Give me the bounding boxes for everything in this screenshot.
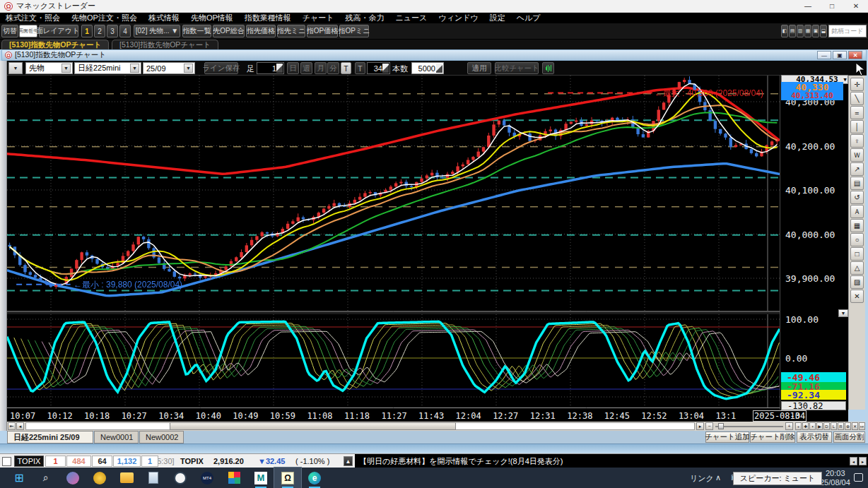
page-button-3[interactable]: 3 <box>107 25 118 37</box>
menu-item[interactable]: 株式情報 <box>143 13 185 23</box>
tray-date[interactable]: 25/08/04 <box>820 478 850 487</box>
arrow-draw-icon[interactable]: ↗ <box>850 162 864 176</box>
chart-restore-button[interactable]: ▣ <box>833 51 847 59</box>
magnify-icon[interactable]: ⊕ <box>845 422 851 430</box>
chart-footer-tab-2[interactable]: New0001 <box>94 431 139 444</box>
close-mode-icon[interactable]: ✕ <box>852 422 858 430</box>
tick-button-1[interactable]: T <box>341 62 351 74</box>
notification-center-icon[interactable] <box>854 473 863 482</box>
tray-link-label[interactable]: リンク <box>690 473 714 484</box>
period-button-週[interactable]: 週 <box>300 62 312 74</box>
quick-button-3[interactable]: 指先価格 <box>246 25 276 37</box>
menu-item[interactable]: 残高・余力 <box>340 13 390 23</box>
rectangle-icon[interactable]: □ <box>850 247 864 261</box>
symbol-code-input[interactable]: 銘柄コード <box>828 25 867 37</box>
quick-button-6[interactable]: 指OPミニ <box>339 25 369 37</box>
line-save-button[interactable]: ライン保存 <box>204 62 238 74</box>
footer-button-3[interactable]: 表示切替 <box>797 432 832 443</box>
toolbar-mini-icon-3[interactable]: ▥ <box>797 25 804 37</box>
chart-type-dropdown[interactable]: ▼ <box>8 62 23 74</box>
search-button[interactable]: ⌕ <box>33 468 59 488</box>
pin-icon[interactable]: ♀ <box>850 134 864 148</box>
crosshair-icon[interactable]: ✛ <box>850 78 864 91</box>
panel-collapse-button[interactable]: ▼ <box>838 309 848 317</box>
mt4-app[interactable]: MT4 <box>194 468 221 488</box>
start-button[interactable]: ⊞ <box>6 468 33 488</box>
menu-item[interactable]: 指数業種情報 <box>239 13 297 23</box>
symbol-dropdown-arrow-icon[interactable]: ▼ <box>130 64 139 73</box>
scroll-home-button[interactable]: ⇤ <box>8 422 16 430</box>
preset-dropdown[interactable]: [02] 先物... ▼ <box>134 25 180 37</box>
contract-dropdown[interactable]: 25/09▼ <box>143 62 195 74</box>
footer-button-4[interactable]: 画面分割 <box>833 432 865 443</box>
screen-switch-button[interactable]: 切替 <box>1 25 18 37</box>
page-button-1[interactable]: 1 <box>81 25 93 37</box>
round-app[interactable] <box>86 468 113 488</box>
toolbar-mini-icon-6[interactable]: ⬓ <box>820 25 827 37</box>
category-dropdown-arrow-icon[interactable]: ▼ <box>61 64 71 73</box>
quick-button-1[interactable]: 指数一覧 <box>182 25 211 37</box>
footer-button-2[interactable]: チャート削除 <box>750 432 795 443</box>
play-icon[interactable]: ▶ <box>816 422 823 430</box>
office-app[interactable] <box>221 468 247 488</box>
triangle-icon[interactable]: △ <box>850 261 864 275</box>
ticker-next-button[interactable]: ▸ <box>859 457 867 465</box>
zoom-slider-track[interactable] <box>715 426 783 427</box>
text-tool-icon[interactable]: Ａ <box>850 205 864 218</box>
copilot-app[interactable] <box>59 468 86 488</box>
menu-item[interactable]: 先物OP情報 <box>185 13 239 23</box>
crosshair-nav-icon[interactable]: ✚ <box>802 422 809 430</box>
toolbar-mini-icon-2[interactable]: ▤ <box>789 25 796 37</box>
day-mode-icon[interactable]: D <box>823 422 830 430</box>
page-button-4[interactable]: 4 <box>119 25 131 37</box>
grid-tool-icon[interactable]: ▦ <box>850 219 864 232</box>
edge-app[interactable]: e <box>301 468 328 488</box>
note-icon[interactable]: ▤ <box>850 177 864 190</box>
reset-icon[interactable]: R <box>838 422 844 430</box>
zoom-out-button[interactable]: − <box>705 422 713 430</box>
ticker-prev-button[interactable]: ◂ <box>850 457 857 465</box>
period-button-分[interactable]: 分 <box>327 62 339 74</box>
mini-chart-icon[interactable] <box>542 62 554 74</box>
line-mode-icon[interactable]: L <box>831 422 837 430</box>
status-square-button[interactable] <box>2 457 11 466</box>
explorer-app[interactable] <box>113 468 140 488</box>
ticker-expand-button[interactable]: ▲ <box>344 456 353 466</box>
menu-item[interactable]: ウィンドウ <box>433 13 483 23</box>
zoom-slider-thumb[interactable] <box>718 423 724 429</box>
menu-item[interactable]: 株式注文・照会 <box>0 13 66 23</box>
period-button-日[interactable]: 日 <box>287 62 299 74</box>
chart-plot[interactable] <box>7 76 780 410</box>
period-button-月[interactable]: 月 <box>315 62 327 74</box>
monex-trader-app[interactable]: Ω <box>274 468 301 488</box>
menu-item[interactable]: 先物OP注文・照会 <box>66 13 143 23</box>
close-button[interactable]: ✕ <box>844 0 868 13</box>
bars-count-input[interactable]: 5000 <box>411 62 444 74</box>
document-tab-1[interactable]: [5130]指数先物OPチャート <box>1 40 109 49</box>
zoom-in-button[interactable]: + <box>785 422 793 430</box>
status-index-name[interactable]: TOPIX <box>14 456 44 467</box>
screen-layout-button[interactable]: 画面レイアウト ▼ <box>39 25 78 37</box>
jump-last-icon[interactable]: ↦ <box>859 422 865 430</box>
zoom-in-icon[interactable]: + <box>795 422 802 430</box>
quick-button-4[interactable]: 指先ミニ <box>277 25 305 37</box>
tray-clock[interactable]: 20:03 <box>826 469 845 477</box>
ellipse-icon[interactable]: ○ <box>850 233 864 246</box>
menu-item[interactable]: 設定 <box>484 13 511 23</box>
scroll-right-button[interactable]: ▸ <box>696 422 704 430</box>
menu-item[interactable]: チャート <box>297 13 340 23</box>
compare-chart-button[interactable]: 比較チャート <box>495 62 539 74</box>
ashi-input[interactable]: 1 <box>257 62 284 74</box>
clear-all-icon[interactable]: ✕ <box>850 290 864 303</box>
chart-close-button[interactable]: ✕ <box>848 51 862 59</box>
document-tab-2[interactable]: [5130]指数先物OPチャート <box>112 40 218 49</box>
chart-minimize-button[interactable]: — <box>817 51 831 59</box>
category-dropdown[interactable]: 先物▼ <box>25 62 73 74</box>
parallel-lines-icon[interactable]: ＝ <box>850 106 864 119</box>
chart-footer-tab-1[interactable]: 日経225mini 25/09 <box>7 431 93 444</box>
tick-count-input[interactable]: 34 <box>367 62 390 74</box>
page-button-2[interactable]: 2 <box>94 25 105 37</box>
trendline-icon[interactable]: ╲ <box>850 92 864 105</box>
maximize-button[interactable]: □ <box>820 0 844 13</box>
left-scroll-strip[interactable] <box>0 61 7 431</box>
